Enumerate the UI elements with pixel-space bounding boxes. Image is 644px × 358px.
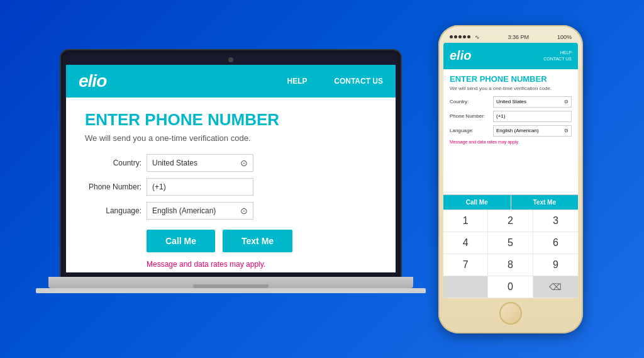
- laptop-nav-help[interactable]: HELP: [287, 77, 308, 86]
- wifi-icon: ∿: [475, 34, 480, 40]
- phone-language-select[interactable]: English (American) ⊙: [493, 125, 572, 137]
- key-6[interactable]: 6: [533, 232, 578, 254]
- laptop-country-label: Country:: [85, 159, 142, 167]
- phone-nav-contact[interactable]: CONTACT US: [543, 56, 572, 62]
- phone-button-row: Call Me Text Me: [443, 194, 578, 210]
- phone-navbar: elio HELP CONTACT US: [443, 43, 578, 69]
- phone-language-value: English (American): [496, 128, 539, 133]
- phone-language-label: Language:: [450, 128, 491, 133]
- chevron-down-icon-phone-lang: ⊙: [564, 128, 569, 133]
- chevron-down-icon-lang: ⊙: [240, 206, 248, 216]
- key-2[interactable]: 2: [488, 210, 533, 232]
- laptop-country-select[interactable]: United States ⊙: [147, 154, 253, 172]
- phone-phone-label: Phone Number:: [450, 113, 491, 119]
- laptop-screen: elio HELP CONTACT US ENTER PHONE NUMBER …: [66, 65, 396, 272]
- laptop-text-me-button[interactable]: Text Me: [223, 230, 292, 252]
- phone-home-button[interactable]: [499, 302, 522, 325]
- phone-disclaimer: Message and data rates may apply.: [450, 140, 572, 144]
- key-3[interactable]: 3: [533, 210, 578, 232]
- key-empty: [443, 276, 488, 298]
- laptop-disclaimer: Message and data rates may apply.: [147, 260, 377, 269]
- key-1[interactable]: 1: [443, 210, 488, 232]
- signal-dot-4: [463, 35, 466, 38]
- phone-country-label: Country:: [450, 99, 491, 104]
- chevron-down-icon: ⊙: [240, 158, 248, 168]
- laptop-language-select[interactable]: English (American) ⊙: [147, 202, 253, 220]
- phone-keypad: 1 2 3 4 5 6 7 8 9 0 ⌫: [443, 210, 578, 298]
- signal-dot-3: [458, 35, 462, 38]
- laptop-camera: [228, 57, 233, 62]
- laptop-call-me-button[interactable]: Call Me: [147, 230, 215, 252]
- key-7[interactable]: 7: [443, 254, 488, 276]
- phone-country-row: Country: United States ⊙: [450, 96, 572, 108]
- key-9[interactable]: 9: [533, 254, 578, 276]
- phone-screen: elio HELP CONTACT US ENTER PHONE NUMBER …: [443, 43, 578, 298]
- laptop-navbar: elio HELP CONTACT US: [66, 65, 396, 98]
- laptop-screen-outer: elio HELP CONTACT US ENTER PHONE NUMBER …: [61, 50, 401, 277]
- phone-text-me-button[interactable]: Text Me: [511, 195, 579, 210]
- phone-call-me-button[interactable]: Call Me: [443, 195, 511, 210]
- signal-dot-5: [467, 35, 470, 38]
- chevron-down-icon-phone-country: ⊙: [564, 99, 569, 104]
- phone-phone-input[interactable]: (+1): [493, 111, 572, 122]
- laptop-phone-label: Phone Number:: [85, 182, 142, 191]
- phone-phone-row: Phone Number: (+1): [450, 111, 572, 122]
- laptop-language-label: Language:: [85, 206, 142, 215]
- phone-status-bar: ∿ 3:36 PM 100%: [443, 31, 578, 43]
- laptop-base: [48, 277, 413, 288]
- phone-nav-links: HELP CONTACT US: [543, 50, 572, 62]
- laptop-nav-links: HELP CONTACT US: [287, 77, 383, 86]
- laptop-language-row: Language: English (American) ⊙: [85, 202, 377, 220]
- phone-time: 3:36 PM: [508, 34, 529, 40]
- phone-device: ∿ 3:36 PM 100% elio HELP CONTACT US ENTE…: [438, 25, 583, 333]
- laptop-phone-input[interactable]: (+1): [147, 178, 253, 196]
- laptop-phone-value: (+1): [152, 182, 166, 191]
- signal-dot-2: [454, 35, 457, 38]
- phone-nav-help[interactable]: HELP: [543, 50, 572, 56]
- key-8[interactable]: 8: [488, 254, 533, 276]
- phone-phone-value: (+1): [496, 113, 505, 119]
- key-0[interactable]: 0: [488, 276, 533, 298]
- key-5[interactable]: 5: [488, 232, 533, 254]
- laptop-phone-row: Phone Number: (+1): [85, 178, 377, 196]
- phone-subtitle: We will send you a one-time verification…: [450, 86, 572, 91]
- phone-country-value: United States: [496, 99, 526, 104]
- backspace-icon[interactable]: ⌫: [533, 276, 578, 298]
- laptop-device: elio HELP CONTACT US ENTER PHONE NUMBER …: [61, 50, 413, 321]
- phone-signal-dots: ∿: [450, 34, 480, 40]
- phone-body: ENTER PHONE NUMBER We will send you a on…: [443, 69, 578, 194]
- phone-language-row: Language: English (American) ⊙: [450, 125, 572, 137]
- laptop-page-title: ENTER PHONE NUMBER: [85, 110, 377, 130]
- signal-dot-1: [450, 35, 453, 38]
- phone-battery: 100%: [557, 34, 572, 40]
- laptop-subtitle: We will send you a one-time verification…: [85, 133, 377, 143]
- laptop-body: ENTER PHONE NUMBER We will send you a on…: [66, 98, 396, 272]
- laptop-nav-contact[interactable]: CONTACT US: [334, 77, 383, 86]
- phone-logo: elio: [450, 48, 471, 63]
- phone-country-select[interactable]: United States ⊙: [493, 96, 572, 108]
- laptop-country-row: Country: United States ⊙: [85, 154, 377, 172]
- laptop-footer-bar: [36, 288, 426, 293]
- phone-page-title: ENTER PHONE NUMBER: [450, 74, 572, 84]
- laptop-language-value: English (American): [152, 206, 216, 215]
- laptop-logo: elio: [79, 71, 106, 91]
- laptop-button-row: Call Me Text Me: [147, 230, 377, 252]
- key-4[interactable]: 4: [443, 232, 488, 254]
- laptop-country-value: United States: [152, 159, 197, 167]
